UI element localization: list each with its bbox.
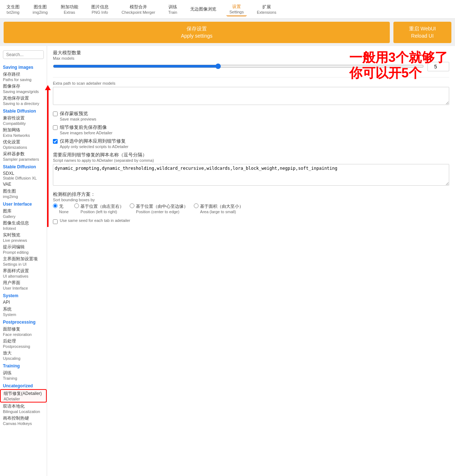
nav-checkpoint-en: Checkpoint Merger <box>122 10 155 14</box>
sidebar-item-saving-images[interactable]: 图像保存 Saving images/grids <box>0 83 47 94</box>
save-before-checkbox[interactable] <box>53 125 58 130</box>
same-seed-checkbox[interactable] <box>53 219 58 224</box>
settings-content: 一般用3个就够了 你可以开5个 最大模型数量 Max models 5 Extr… <box>47 46 455 476</box>
max-models-slider-row: 5 <box>53 62 449 71</box>
radio-left-right-input[interactable] <box>74 203 79 208</box>
sidebar-item-paths[interactable]: 保存路径 Paths for saving <box>0 71 47 83</box>
sidebar-section-training[interactable]: Training <box>0 361 47 369</box>
sidebar-item-gallery[interactable]: 图库 Gallery <box>0 207 47 219</box>
max-models-slider[interactable] <box>53 63 424 69</box>
nav-extras-en: Extras <box>64 10 75 14</box>
search-input[interactable] <box>3 50 44 59</box>
max-models-label: 最大模型数量 Max models <box>53 50 449 60</box>
sidebar-section-uncategorized[interactable]: Uncategorized <box>0 381 47 389</box>
script-names-label-en: Script names to apply to ADetailer (sepa… <box>53 158 449 163</box>
sidebar-item-ui-alternatives[interactable]: 界面样式设置 UI alternatives <box>0 267 47 279</box>
max-models-slider-container <box>53 63 424 70</box>
nav-settings[interactable]: 设置 Settings <box>226 2 247 16</box>
extra-path-setting: Extra path to scan adetailer models <box>53 81 449 106</box>
sidebar-item-sdxl[interactable]: SDXL Stable Diffusion XL <box>0 170 47 181</box>
extra-path-textarea[interactable] <box>53 87 449 105</box>
save-mask-label-cn: 保存蒙板预览 <box>60 110 96 117</box>
save-before-label-cn: 细节修复前先保存图像 <box>60 124 113 131</box>
nav-txt2img-en: txt2img <box>7 10 19 14</box>
main-layout: Saving images 保存路径 Paths for saving 图像保存… <box>0 46 455 476</box>
action-bar: 保存设置 Apply settings 重启 WebUI Reload UI <box>0 19 455 46</box>
radio-left-right[interactable]: 基于位置（由左至右） Position (left to right) <box>74 203 124 214</box>
nav-png-info[interactable]: 图片信息 PNG Info <box>88 3 112 16</box>
nav-extras[interactable]: 附加功能 Extras <box>58 3 81 16</box>
sidebar-section-saving-images[interactable]: Saving images <box>0 63 47 71</box>
sidebar-section-postprocessing[interactable]: Postprocessing <box>0 317 47 325</box>
radio-none-input[interactable] <box>53 203 58 208</box>
sidebar-section-system[interactable]: System <box>0 291 47 299</box>
sidebar-item-settings-in-ui[interactable]: 主界面附加设置项 Settings in UI <box>0 255 47 267</box>
sort-bounding-label-en: Sort bounding boxes by <box>53 198 449 202</box>
same-seed-row: Use same seed for each tab in adetailer <box>53 218 449 224</box>
radio-area-labels: 基于面积（由大至小） Area (large to small) <box>200 203 243 214</box>
radio-none[interactable]: 无 None <box>53 203 68 214</box>
save-before-label-en: Save images before ADetailer <box>60 131 113 135</box>
sidebar-item-bilingual[interactable]: 双语本地化 Bilingual Localization <box>0 403 47 414</box>
sidebar-item-live-previews[interactable]: 实时预览 Live previews <box>0 231 47 243</box>
nav-train-cn: 训练 <box>168 4 177 10</box>
apply-settings-button[interactable]: 保存设置 Apply settings <box>4 22 390 43</box>
extra-path-label: Extra path to scan adetailer models <box>53 81 449 85</box>
sidebar-section-stable-diffusion[interactable]: Stable Diffusion <box>0 106 47 114</box>
max-models-label-en: Max models <box>53 56 449 60</box>
sidebar-item-training[interactable]: 训练 Training <box>0 369 47 381</box>
sidebar-item-other-saving[interactable]: 其他保存设置 Saving to a directory <box>0 94 47 106</box>
radio-area-input[interactable] <box>194 203 199 208</box>
nav-img2img-en: img2img <box>33 10 48 14</box>
reload-ui-button[interactable]: 重启 WebUI Reload UI <box>393 22 451 43</box>
script-names-textarea[interactable]: dynamic_prompting,dynamic_thresholding,w… <box>53 164 449 186</box>
sidebar-item-vae[interactable]: VAE <box>0 181 47 188</box>
sidebar-section-user-interface[interactable]: User Interface <box>0 199 47 207</box>
sidebar-item-postprocessing[interactable]: 后处理 Postprocessing <box>0 337 47 349</box>
nav-txt2img[interactable]: 文生图 txt2img <box>4 3 22 16</box>
nav-train[interactable]: 训练 Train <box>166 3 180 16</box>
sidebar-item-face-restoration[interactable]: 面部修复 Face restoration <box>0 325 47 337</box>
apply-only-selected-labels: 仅将选中的脚本应用到细节修复 Apply only selected scrip… <box>60 138 129 149</box>
apply-only-label-en: Apply only selected scripts to ADetailer <box>60 144 129 149</box>
radio-area[interactable]: 基于面积（由大至小） Area (large to small) <box>194 203 243 214</box>
sidebar-item-user-interface[interactable]: 用户界面 User Interface <box>0 279 47 291</box>
sidebar-item-prompt-editing[interactable]: 提示词编辑 Prompt editing <box>0 243 47 255</box>
reload-label-en: Reload UI <box>397 33 448 40</box>
nav-settings-cn: 设置 <box>232 4 241 10</box>
apply-only-selected-checkbox[interactable] <box>53 139 58 144</box>
sort-radio-group: 无 None 基于位置（由左至右） Position (left to righ… <box>53 203 449 214</box>
divider-1 <box>53 77 449 77</box>
nav-img2img[interactable]: 图生图 img2img <box>30 3 51 16</box>
nav-infinite-image[interactable]: 无边图像浏览 <box>187 5 219 14</box>
nav-infinite-cn: 无边图像浏览 <box>190 6 216 12</box>
nav-checkpoint-cn: 模型合并 <box>130 4 147 10</box>
sidebar-item-system[interactable]: 系统 System <box>0 306 47 317</box>
nav-checkpoint-merger[interactable]: 模型合并 Checkpoint Merger <box>119 3 158 16</box>
radio-center-edge[interactable]: 基于位置（由中心至边缘） Position (center to edge) <box>130 203 188 214</box>
sidebar-item-sampler-params[interactable]: 采样器参数 Sampler parameters <box>0 150 47 162</box>
nav-extensions-en: Extensions <box>257 10 276 14</box>
sidebar-item-canvas-hotkeys[interactable]: 画布控制热键 Canvas Hotkeys <box>0 414 47 426</box>
sidebar-item-api[interactable]: API <box>0 299 47 306</box>
radio-center-edge-input[interactable] <box>130 203 134 208</box>
sidebar-section-stable-diffusion-2[interactable]: Stable Diffusion <box>0 162 47 170</box>
nav-extensions[interactable]: 扩展 Extensions <box>254 3 279 16</box>
sidebar-item-extra-networks[interactable]: 附加网络 Extra Networks <box>0 126 47 138</box>
sidebar-item-optimizations[interactable]: 优化设置 Optimizations <box>0 138 47 150</box>
top-navigation: 文生图 txt2img 图生图 img2img 附加功能 Extras 图片信息… <box>0 0 455 19</box>
apply-label-en: Apply settings <box>7 33 386 40</box>
sidebar-item-adetailer[interactable]: 细节修复(ADetailer) ADetailer <box>0 389 47 403</box>
nav-train-en: Train <box>168 10 178 14</box>
sidebar-item-infotext[interactable]: 图像生成信息 Infotext <box>0 219 47 231</box>
sidebar-item-compatibility[interactable]: 兼容性设置 Compatibility <box>0 114 47 126</box>
max-models-value[interactable]: 5 <box>427 62 449 71</box>
sidebar-item-img2img[interactable]: 图生图 img2img <box>0 188 47 199</box>
radio-none-labels: 无 None <box>59 203 68 214</box>
nav-extensions-cn: 扩展 <box>262 4 271 10</box>
sidebar-item-upscaling[interactable]: 放大 Upscaling <box>0 349 47 361</box>
sort-bounding-label-cn: 检测框的排序方案： <box>53 191 449 198</box>
save-mask-label-en: Save mask previews <box>60 117 96 121</box>
save-mask-checkbox[interactable] <box>53 111 58 116</box>
red-arrow-line <box>47 89 49 227</box>
